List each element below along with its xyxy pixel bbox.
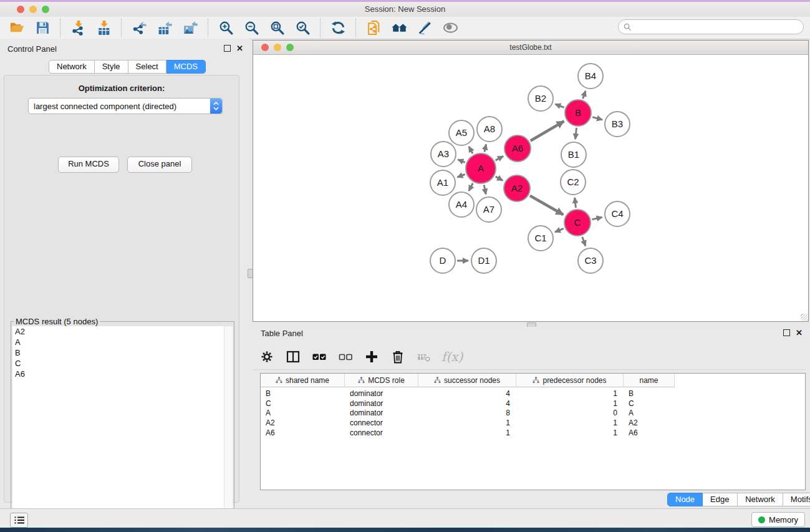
mcds-result-title: MCDS result (5 nodes) xyxy=(14,317,100,326)
refresh-layout-icon[interactable] xyxy=(330,19,347,36)
result-list-item[interactable]: A xyxy=(12,337,224,347)
tab-node-table[interactable]: Node Table xyxy=(667,493,703,506)
table-panel: Table Panel ✕ f(x) shared nameMCDS roles… xyxy=(249,327,810,508)
edge-A-A1[interactable] xyxy=(457,175,465,178)
search-icon xyxy=(624,23,632,31)
export-network-icon[interactable] xyxy=(131,19,148,36)
open-file-icon[interactable] xyxy=(9,19,26,36)
delete-table-icon xyxy=(415,349,432,365)
close-panel-icon[interactable]: ✕ xyxy=(236,45,243,52)
column-label: MCDS role xyxy=(368,376,405,385)
tab-select[interactable]: Select xyxy=(128,60,166,74)
cell-MCDS-role: connector xyxy=(345,428,418,438)
table-row[interactable]: A6connector11A6 xyxy=(261,428,675,438)
cell-MCDS-role: dominator xyxy=(345,399,418,409)
toolbar-group xyxy=(122,19,208,36)
column-label: shared name xyxy=(286,376,329,385)
table-row[interactable]: Bdominator41B xyxy=(261,389,675,399)
edge-A-A8[interactable] xyxy=(485,144,486,152)
node-label-C4: C4 xyxy=(611,208,623,219)
node-label-A3: A3 xyxy=(438,148,449,159)
tab-motifs[interactable]: Motifs xyxy=(783,493,810,506)
result-list-item[interactable]: C xyxy=(12,358,224,369)
zoom-in-icon[interactable] xyxy=(218,19,234,36)
select-all-rows-icon[interactable] xyxy=(311,349,327,365)
edge-B-B1[interactable] xyxy=(576,128,577,139)
clone-network-icon[interactable] xyxy=(365,19,382,36)
column-header-shared-name[interactable]: shared name xyxy=(261,374,345,387)
edge-A-A4[interactable] xyxy=(469,183,473,191)
tab-mcds[interactable]: MCDS xyxy=(166,60,206,74)
edge-C-C4[interactable] xyxy=(592,217,602,220)
import-network-icon[interactable] xyxy=(70,19,87,36)
network-window-titlebar: testGlobe.txt xyxy=(253,41,808,55)
hide-labels-icon[interactable] xyxy=(417,19,433,36)
import-table-icon[interactable] xyxy=(95,19,112,36)
delete-columns-icon[interactable] xyxy=(389,349,406,365)
edge-A6-B[interactable] xyxy=(531,121,564,141)
cell-shared-name: A2 xyxy=(261,418,345,428)
edge-C-C2[interactable] xyxy=(575,198,576,208)
edge-A-A5[interactable] xyxy=(469,147,473,153)
zoom-out-icon[interactable] xyxy=(243,19,260,36)
edge-A-A6[interactable] xyxy=(496,156,503,160)
app-titlebar: Session: New Session xyxy=(0,2,810,17)
edge-A2-C[interactable] xyxy=(530,196,564,215)
edge-B-B2[interactable] xyxy=(555,104,564,108)
save-session-icon[interactable] xyxy=(34,19,51,36)
table-row[interactable]: Cdominator41C xyxy=(261,399,675,409)
add-column-icon[interactable] xyxy=(363,349,380,365)
column-type-icon xyxy=(533,377,539,384)
node-table[interactable]: shared nameMCDS rolesuccessor nodesprede… xyxy=(260,373,806,490)
window-resize-handle[interactable] xyxy=(801,314,808,321)
edge-C-C3[interactable] xyxy=(582,237,586,246)
result-list-item[interactable]: B xyxy=(12,347,224,358)
column-header-predecessor-nodes[interactable]: predecessor nodes xyxy=(516,374,624,387)
edge-B-B4[interactable] xyxy=(583,91,586,99)
edge-B-B3[interactable] xyxy=(592,117,602,120)
cell-successor-nodes: 1 xyxy=(418,418,516,428)
edge-C-C1[interactable] xyxy=(555,228,564,232)
task-history-button[interactable] xyxy=(10,513,28,528)
float-panel-icon[interactable] xyxy=(224,45,231,52)
tab-network[interactable]: Network xyxy=(49,60,95,74)
run-mcds-button[interactable]: Run MCDS xyxy=(58,157,119,173)
memory-button[interactable]: Memory xyxy=(751,512,805,527)
show-all-icon[interactable] xyxy=(391,19,408,36)
zoom-selected-icon[interactable] xyxy=(294,19,311,36)
deselect-all-rows-icon[interactable] xyxy=(337,349,354,365)
column-header-name[interactable]: name xyxy=(624,374,675,387)
edge-A-A2[interactable] xyxy=(496,177,503,180)
column-header-successor-nodes[interactable]: successor nodes xyxy=(418,374,516,387)
close-table-panel-icon[interactable]: ✕ xyxy=(796,329,803,336)
mcds-result-list[interactable]: A2ABCA6 xyxy=(12,326,224,532)
edge-A-A3[interactable] xyxy=(458,160,465,162)
tab-network-table[interactable]: Network Table xyxy=(738,493,783,506)
export-image-icon[interactable] xyxy=(182,19,199,36)
search-input[interactable] xyxy=(634,21,803,33)
export-table-icon[interactable] xyxy=(157,19,173,36)
tab-style[interactable]: Style xyxy=(95,60,128,74)
cell-shared-name: A xyxy=(261,408,345,418)
search-box[interactable] xyxy=(618,19,804,34)
optimization-criterion-select[interactable]: largest connected component (directed) xyxy=(28,98,223,114)
network-graph-canvas[interactable]: AA1A2A3A4A5A6A7A8BB1B2B3B4CC1C2C3C4DD1 xyxy=(253,55,808,321)
result-scrollbar[interactable] xyxy=(224,326,233,532)
show-graphics-details-icon[interactable] xyxy=(442,19,459,36)
task-list-icon xyxy=(14,516,24,525)
cell-MCDS-role: dominator xyxy=(345,408,418,418)
zoom-fit-icon[interactable] xyxy=(269,19,286,36)
mcds-result-box: MCDS result (5 nodes) A2ABCA6 xyxy=(11,321,234,532)
close-panel-button[interactable]: Close panel xyxy=(127,157,192,173)
table-row[interactable]: A2connector11A2 xyxy=(261,418,675,428)
edge-A-A7[interactable] xyxy=(484,185,486,195)
table-row[interactable]: Adominator80A xyxy=(261,408,675,418)
tab-edge-table[interactable]: Edge Table xyxy=(703,493,738,506)
result-list-item[interactable]: A6 xyxy=(12,369,224,379)
table-settings-icon[interactable] xyxy=(258,349,275,365)
result-list-item[interactable]: A2 xyxy=(12,326,224,337)
column-header-MCDS-role[interactable]: MCDS role xyxy=(345,374,418,387)
split-panel-icon[interactable] xyxy=(284,349,301,365)
cell-MCDS-role: dominator xyxy=(345,389,418,399)
float-table-panel-icon[interactable] xyxy=(783,329,790,336)
